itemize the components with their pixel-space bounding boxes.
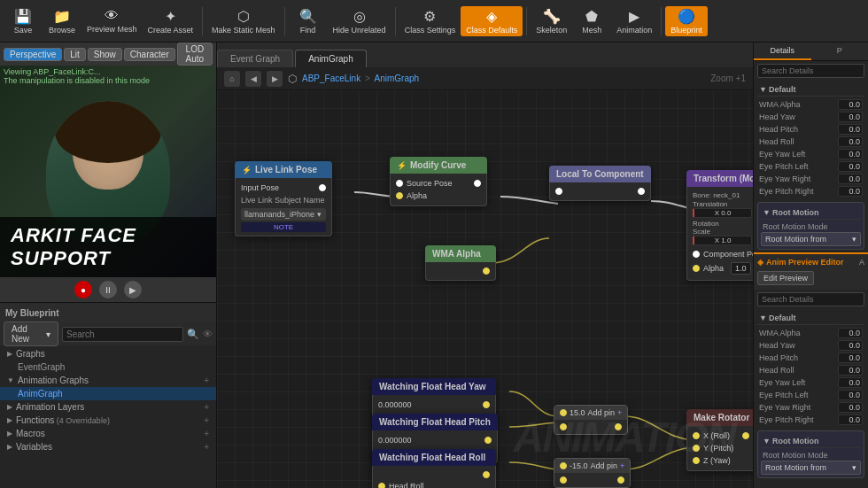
- lod-button[interactable]: LOD Auto: [177, 43, 213, 66]
- add-icon[interactable]: +: [204, 442, 209, 452]
- eye-icon: 👁: [203, 329, 213, 339]
- details-search-input[interactable]: [757, 64, 864, 78]
- skeleton-button[interactable]: 🦴 Skeleton: [531, 6, 572, 36]
- ap-row-head-pitch: Head Pitch 0.0: [757, 352, 864, 364]
- detail-row-eye-pitch-left: Eye Pitch Left 0.0: [757, 160, 864, 173]
- create-icon: ✦: [165, 8, 176, 25]
- node-body: [425, 262, 496, 281]
- node-body: X (Roll) Return Value Y (Pitch) Z (Yaw): [686, 426, 753, 471]
- tab-anim-graph[interactable]: AnimGraph: [295, 50, 367, 67]
- root-motion-top-section: ▼ Root Motion Root Motion Mode Root Moti…: [757, 202, 864, 250]
- home-button[interactable]: ⌂: [224, 71, 240, 87]
- node-modify-curve[interactable]: ⚡ Modify Curve Source Pose Alpha: [390, 157, 487, 206]
- hide-unrelated-button[interactable]: ◎ Hide Unrelated: [328, 6, 391, 36]
- add-icon[interactable]: +: [204, 415, 209, 425]
- node-make-rotator[interactable]: Make Rotator X (Roll) Return Value Y (Pi…: [686, 409, 753, 471]
- node-header: WMA Alpha: [425, 245, 496, 262]
- tab-details[interactable]: Details: [754, 43, 811, 60]
- blueprint-toolbar: Add New ▾ 🔍 👁: [0, 322, 216, 345]
- record-button[interactable]: ●: [74, 281, 92, 298]
- bp-item-eventgraph[interactable]: EventGraph: [0, 360, 216, 374]
- class-defaults-button[interactable]: ◈ Class Defaults: [461, 6, 523, 36]
- back-button[interactable]: ◀: [245, 71, 261, 87]
- play-button[interactable]: ▶: [124, 281, 142, 298]
- node-local-to-component[interactable]: Local To Component: [549, 166, 651, 201]
- root-motion-mode-row-bottom: Root Motion Mode: [761, 450, 861, 461]
- anim-preview-section: ◈ Anim Preview Editor A Edit Preview: [754, 252, 868, 290]
- defaults-icon: ◈: [486, 8, 497, 25]
- add-icon[interactable]: +: [204, 402, 209, 412]
- browse-icon: 📁: [53, 8, 71, 25]
- root-motion-dropdown-top[interactable]: Root Motion from ▾: [761, 232, 861, 246]
- preview-icon: ◈: [757, 258, 763, 267]
- pause-button[interactable]: ⏸: [99, 281, 117, 298]
- blueprint-icon: 🔵: [678, 8, 695, 25]
- bp-section-anim-layers[interactable]: ▶ Animation Layers +: [0, 400, 216, 414]
- out-pin-dot: [638, 188, 645, 195]
- root-motion-dropdown-bottom[interactable]: Root Motion from ▾: [761, 461, 861, 475]
- alpha-pin: Alpha 1.0: [693, 260, 753, 276]
- class-settings-button[interactable]: ⚙ Class Settings: [399, 6, 461, 36]
- node-header: ⚡ Modify Curve: [390, 157, 487, 174]
- source-pose-pin: Source Pose: [396, 177, 481, 190]
- bp-section-functions[interactable]: ▶ Functions (4 Overridable) +: [0, 414, 216, 427]
- node-header: Local To Component: [549, 166, 651, 182]
- blueprint-search-input[interactable]: [62, 327, 183, 342]
- create-asset-button[interactable]: ✦ Create Asset: [143, 6, 199, 36]
- bp-section-graphs[interactable]: ▶ Graphs: [0, 347, 216, 360]
- add-icon[interactable]: +: [204, 429, 209, 438]
- find-button[interactable]: 🔍 Find: [289, 6, 328, 36]
- node-body: Head Roll: [372, 466, 496, 488]
- add-new-button[interactable]: Add New ▾: [4, 321, 58, 346]
- details-tab-bar: Details P: [754, 43, 868, 61]
- alpha-value: 1.0: [731, 262, 751, 275]
- browse-button[interactable]: 📁 Browse: [43, 6, 81, 36]
- bp-section-macros[interactable]: ▶ Macros +: [0, 427, 216, 440]
- detail-row-head-roll: Head Roll 0.0: [757, 136, 864, 148]
- animation-button[interactable]: ▶ Animation: [611, 6, 657, 36]
- save-icon: 💾: [14, 8, 32, 25]
- forward-button[interactable]: ▶: [267, 71, 283, 87]
- blueprint-button[interactable]: 🔵 Blueprint: [665, 6, 708, 36]
- mesh-icon: ⬟: [585, 8, 598, 25]
- node-body: Bone: neck_01 Translation X 0.0 Y 0.0 Ro…: [686, 187, 753, 281]
- show-button[interactable]: Show: [88, 48, 122, 61]
- scale-input: X 1.0 Y 1.0: [693, 236, 753, 245]
- static-icon: ⬡: [237, 8, 250, 25]
- bp-section-variables[interactable]: ▶ Variables +: [0, 440, 216, 453]
- y-pitch-pin: Y (Pitch): [693, 442, 753, 454]
- viewport-canvas[interactable]: Viewing ABP_FaceLink:C... The manipulati…: [0, 66, 216, 277]
- tab-event-graph[interactable]: Event Graph: [217, 50, 293, 67]
- perspective-button[interactable]: Perspective: [4, 48, 62, 61]
- lit-button[interactable]: Lit: [64, 48, 86, 61]
- output-pin: Input Pose: [241, 182, 326, 194]
- preview-mesh-button[interactable]: 👁 Preview Mesh: [81, 6, 143, 35]
- head-roll-pin: Head Roll: [378, 480, 490, 488]
- out-pin: [378, 469, 490, 480]
- main-layout: Perspective Lit Show Character LOD Auto …: [0, 43, 868, 488]
- edit-preview-button[interactable]: Edit Preview: [757, 271, 814, 285]
- node-live-link-pose[interactable]: ⚡ Live Link Pose Input Pose Live Link Su…: [235, 161, 332, 236]
- x-roll-pin: X (Roll) Return Value: [693, 430, 753, 442]
- character-button[interactable]: Character: [124, 48, 175, 61]
- make-static-button[interactable]: ⬡ Make Static Mesh: [206, 6, 281, 36]
- node-add-pin-2[interactable]: -15.0 Add pin +: [554, 458, 631, 488]
- node-watching-roll[interactable]: Watching Float Head Roll Head Roll: [372, 449, 496, 488]
- node-add-pin-1[interactable]: 15.0 Add pin +: [554, 405, 628, 435]
- node-wma-alpha[interactable]: WMA Alpha: [425, 245, 496, 281]
- anim-preview-search-input[interactable]: [757, 292, 864, 306]
- tab-p[interactable]: P: [811, 43, 869, 60]
- mesh-button[interactable]: ⬟ Mesh: [572, 6, 611, 36]
- save-button[interactable]: 💾 Save: [4, 6, 43, 36]
- my-blueprint-panel: My Blueprint Add New ▾ 🔍 👁 ▶ Graphs Even…: [0, 302, 216, 488]
- section-header-root-motion: ▼ Root Motion: [761, 205, 861, 220]
- pin-dot: [693, 251, 700, 258]
- bp-section-anim-graphs[interactable]: ▼ Animation Graphs +: [0, 374, 216, 387]
- graph-canvas[interactable]: ⚡ Live Link Pose Input Pose Live Link Su…: [217, 90, 753, 488]
- chevron-down-icon: ▾: [852, 463, 856, 472]
- add-icon[interactable]: +: [204, 376, 209, 385]
- bp-item-animgraph[interactable]: AnimGraph: [0, 387, 216, 400]
- node-transform-modify[interactable]: Transform (Modify) Bone: neck_01 Transla…: [686, 170, 753, 281]
- toolbar-divider-4: [526, 7, 527, 35]
- subject-input[interactable]: llamanands_iPhone ▾: [241, 208, 326, 221]
